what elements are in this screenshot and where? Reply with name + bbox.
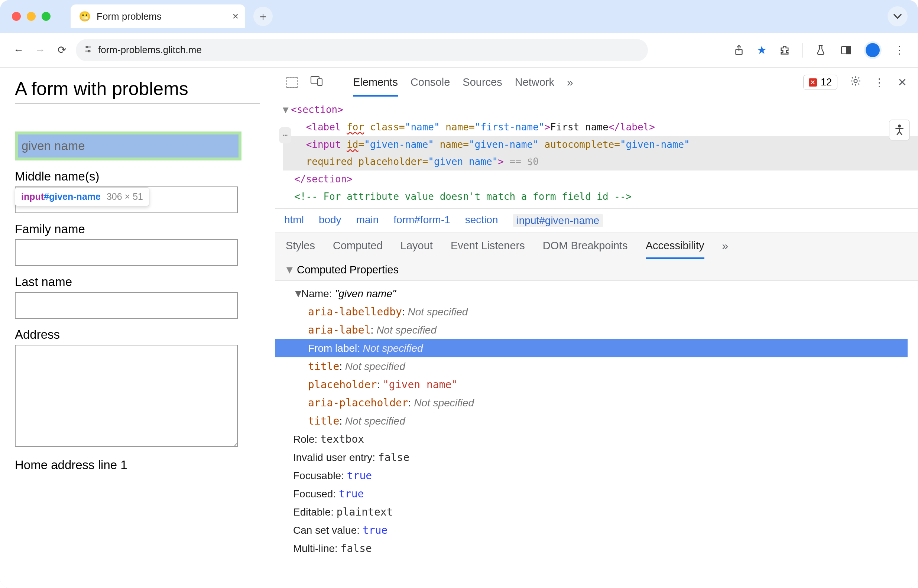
back-icon[interactable]: ← — [11, 43, 26, 58]
crumb-main[interactable]: main — [356, 214, 379, 227]
page-viewport: A form with problems input#given-name 30… — [0, 68, 275, 588]
page-title: A form with problems — [15, 78, 260, 104]
last-name-input[interactable] — [15, 292, 238, 319]
subtab-layout[interactable]: Layout — [401, 239, 433, 252]
error-badge[interactable]: ✕ 12 — [803, 75, 837, 90]
tab-title: Form problems — [97, 11, 162, 22]
devtools-panel: Elements Console Sources Network » ✕ 12 … — [275, 68, 918, 588]
computed-properties-header[interactable]: ▼Computed Properties — [275, 259, 918, 281]
panel-icon[interactable] — [839, 43, 853, 58]
crumb-input[interactable]: input#given-name — [513, 214, 603, 227]
tab-strip: 😬 Form problems × ＋ — [0, 0, 918, 33]
share-icon[interactable] — [732, 43, 747, 58]
inspector-tooltip: input#given-name 306 × 51 — [15, 187, 149, 206]
devtools-menu-icon[interactable]: ⋮ — [874, 76, 885, 89]
separator — [802, 43, 803, 58]
address-textarea[interactable] — [15, 345, 238, 447]
error-count: 12 — [821, 76, 832, 88]
url-bar[interactable]: form-problems.glitch.me — [76, 39, 648, 61]
settings-icon[interactable] — [850, 75, 861, 89]
tab-favicon-icon: 😬 — [79, 11, 91, 22]
close-window-icon[interactable] — [12, 12, 21, 21]
tab-network[interactable]: Network — [515, 76, 554, 89]
highlighted-element: given name — [15, 131, 241, 160]
tab-console[interactable]: Console — [411, 76, 450, 89]
crumb-body[interactable]: body — [319, 214, 341, 227]
label-address: Address — [15, 328, 260, 342]
label-home-address-1: Home address line 1 — [15, 458, 260, 472]
browser-toolbar: ← → ⟳ form-problems.glitch.me ★ — [0, 33, 918, 68]
svg-rect-7 — [847, 47, 850, 54]
svg-point-10 — [854, 79, 857, 83]
kebab-menu-icon[interactable]: ⋮ — [892, 43, 907, 58]
svg-rect-9 — [318, 79, 322, 86]
svg-line-15 — [899, 131, 902, 135]
crumb-section[interactable]: section — [465, 214, 498, 227]
new-tab-button[interactable]: ＋ — [254, 7, 273, 26]
subtab-dom-breakpoints[interactable]: DOM Breakpoints — [543, 239, 628, 252]
svg-point-3 — [88, 50, 90, 52]
subtab-accessibility[interactable]: Accessibility — [646, 239, 705, 259]
error-icon: ✕ — [809, 78, 817, 87]
minimize-window-icon[interactable] — [27, 12, 36, 21]
crumb-form[interactable]: form#form-1 — [393, 214, 450, 227]
forward-icon: → — [33, 43, 48, 58]
traffic-lights — [12, 12, 50, 21]
subtab-styles[interactable]: Styles — [286, 239, 315, 252]
devtools-tab-bar: Elements Console Sources Network » ✕ 12 … — [275, 68, 918, 97]
profile-avatar[interactable] — [864, 41, 882, 59]
inspect-mode-icon[interactable] — [286, 77, 297, 88]
svg-point-1 — [86, 46, 88, 48]
site-settings-icon[interactable] — [84, 45, 92, 55]
subtab-computed[interactable]: Computed — [333, 239, 383, 252]
label-last-name: Last name — [15, 275, 260, 289]
labs-icon[interactable] — [813, 43, 828, 58]
browser-tab[interactable]: 😬 Form problems × — [71, 5, 245, 28]
extensions-icon[interactable] — [777, 43, 792, 58]
reload-icon[interactable]: ⟳ — [54, 43, 69, 58]
family-name-input[interactable] — [15, 239, 238, 266]
subtab-listeners[interactable]: Event Listeners — [451, 239, 525, 252]
given-name-input[interactable]: given name — [18, 134, 239, 157]
accessibility-button-icon[interactable] — [889, 120, 910, 141]
browser-window: 😬 Form problems × ＋ ← → ⟳ form-problems.… — [0, 0, 918, 588]
accessibility-properties: ▼Name: "given name" aria-labelledby: Not… — [275, 281, 918, 565]
tab-sources[interactable]: Sources — [462, 76, 502, 89]
tabs-overflow-icon[interactable]: » — [567, 76, 573, 89]
devtools-close-icon[interactable]: ✕ — [897, 76, 907, 89]
url-text: form-problems.glitch.me — [98, 44, 202, 56]
label-family-name: Family name — [15, 222, 260, 236]
close-tab-icon[interactable]: × — [233, 10, 239, 22]
maximize-window-icon[interactable] — [42, 12, 50, 21]
subtabs-overflow-icon[interactable]: » — [722, 239, 729, 252]
dom-breadcrumb[interactable]: html body main form#form-1 section input… — [275, 208, 918, 233]
dom-ellipsis-icon[interactable]: ⋯ — [279, 127, 291, 144]
elements-subtabs: Styles Computed Layout Event Listeners D… — [275, 233, 918, 259]
label-middle-name: Middle name(s) — [15, 170, 260, 184]
bookmark-icon[interactable]: ★ — [757, 44, 767, 57]
svg-point-11 — [898, 125, 900, 127]
tab-elements[interactable]: Elements — [353, 76, 398, 97]
device-mode-icon[interactable] — [310, 76, 323, 89]
dom-tree[interactable]: ⋯ ▼<section> <label for class="name" nam… — [275, 97, 918, 208]
tabs-menu-icon[interactable] — [887, 6, 908, 26]
svg-line-14 — [897, 131, 899, 135]
crumb-html[interactable]: html — [284, 214, 304, 227]
